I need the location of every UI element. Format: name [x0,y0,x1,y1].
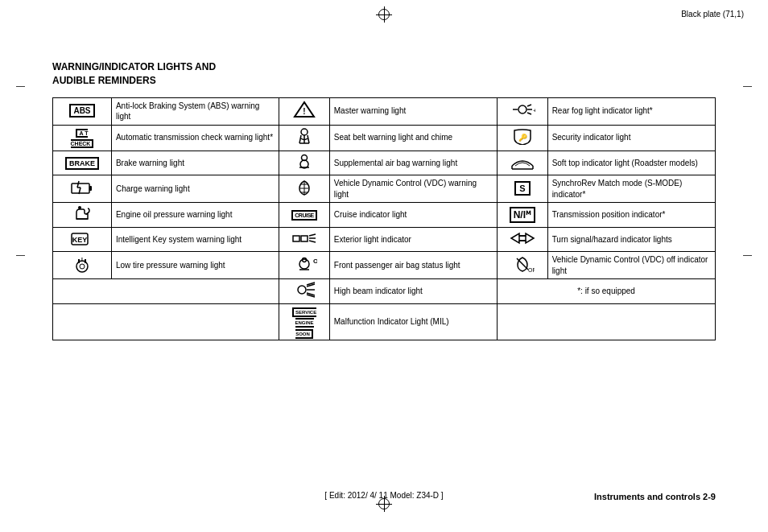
text-security: Security indicator light [547,125,715,151]
svg-point-42 [298,286,306,294]
icon-cell-rear-fog: + [498,97,548,125]
icon-cell-vdc [279,175,330,203]
text-trans: Transmission position indicator* [547,203,715,228]
airbag-icon [293,153,316,171]
svg-line-19 [77,181,79,188]
text-master: Master warning light [329,97,497,125]
highbeam-icon [292,281,316,299]
footnote-cell: *: if so equipped [498,279,716,304]
text-key: Intelligent Key system warning light [111,227,279,252]
text-softtop: Soft top indicator light (Roadster model… [547,151,715,175]
text-pass-airbag: Front passenger air bag status light [329,252,497,279]
text-rear-fog: Rear fog light indicator light* [547,97,715,125]
text-oil: Engine oil pressure warning light [111,203,279,228]
crosshair-top [376,6,392,23]
text-brake: Brake warning light [111,151,279,175]
side-mark-right-top: — [743,80,752,90]
table-row: SERVICEENGINESOON Malfunction Indicator … [53,303,716,340]
abs-icon: ABS [69,104,94,118]
svg-text:+: + [533,107,535,114]
charge-icon [69,179,95,196]
text-at-check: Automatic transmission check warning lig… [111,125,279,151]
svg-point-23 [78,206,81,209]
text-highbeam: High beam indicator light [329,279,497,304]
icon-cell-charge [53,175,112,203]
svg-point-37 [303,258,307,262]
icon-cell-pass-airbag: OFF [279,252,330,279]
table-row: ABS Anti-lock Braking System (ABS) warni… [53,97,716,125]
at-check-icon: A TCHECK [71,129,94,149]
table-row: BRAKE Brake warning light Supplemental a… [53,151,716,175]
smode-icon: S [514,181,530,196]
exterior-light-icon [291,229,317,247]
svg-text:🔑: 🔑 [518,133,527,142]
icon-cell-cruise: CRUISE [279,203,330,228]
svg-line-30 [309,241,316,242]
side-mark-right-mid: — [743,250,752,259]
brake-icon: BRAKE [65,157,99,170]
svg-rect-26 [293,236,299,241]
svg-rect-18 [89,186,92,191]
cruise-icon: CRUISE [291,210,316,221]
icon-cell-at-check: A TCHECK [53,125,112,151]
icon-cell-key: KEY [53,227,112,252]
master-warning-icon: ! [293,101,316,118]
page-header: Black plate (71,1) [681,10,744,19]
table-row: Charge warning light Vehicle Dynamic Con… [53,175,716,203]
icon-cell-seatbelt [279,125,330,151]
text-cruise: Cruise indicator light [329,203,497,228]
svg-point-2 [518,105,526,113]
key-icon: KEY [70,229,94,247]
text-turnsig: Turn signal/hazard indicator lights [547,227,715,252]
pass-airbag-icon: OFF [291,255,317,273]
icon-cell-trans: N/Iᴹ [498,203,548,228]
tire-icon: ! [70,255,94,273]
text-airbag: Supplemental air bag warning light [329,151,497,175]
svg-text:OFF: OFF [313,258,317,265]
side-mark-left-mid: — [16,250,25,259]
warning-table: ABS Anti-lock Braking System (ABS) warni… [52,97,716,341]
svg-line-28 [309,234,316,236]
svg-line-5 [527,113,531,114]
svg-point-36 [299,259,309,269]
side-mark-left-top: — [16,80,25,90]
text-abs: Anti-lock Braking System (ABS) warning l… [111,97,279,125]
icon-cell-security: 🔑 [498,125,548,151]
seatbelt-icon [293,127,316,145]
icon-cell-oil [53,203,112,228]
text-smode: SynchroRev Match mode (S-MODE) indicator… [547,175,715,203]
text-seatbelt: Seat belt warning light and chime [329,125,497,151]
svg-text:!: ! [81,257,83,262]
icon-cell-abs: ABS [53,97,112,125]
svg-text:!: ! [303,107,305,116]
table-row: KEY Intelligent Key system warning light… [53,227,716,252]
table-row: ! Low tire pressure warning light OFF Fr… [53,252,716,279]
text-mil: Malfunction Indicator Light (MIL) [329,303,497,340]
table-row: A TCHECK Automatic transmission check wa… [53,125,716,151]
svg-marker-31 [511,233,526,243]
page-number: Instruments and controls 2-9 [594,492,716,501]
icon-cell-vdcoff: OFF [498,252,548,279]
icon-cell-smode: S [498,175,548,203]
text-vdc: Vehicle Dynamic Control (VDC) warning li… [329,175,497,203]
text-exterior: Exterior light indicator [329,227,497,252]
svg-marker-32 [519,233,534,243]
icon-cell-softtop [498,151,548,175]
oil-pressure-icon [70,204,94,222]
icon-cell-brake: BRAKE [53,151,112,175]
icon-cell-master: ! [279,97,330,125]
svg-point-8 [301,129,308,135]
main-content: WARNING/INDICATOR LIGHTS AND AUDIBLE REM… [52,60,716,340]
trans-icon: N/Iᴹ [510,207,535,223]
turn-signal-icon [510,229,535,247]
icon-cell-turnsig [498,227,548,252]
svg-rect-27 [301,236,308,241]
table-row: High beam indicator light *: if so equip… [53,279,716,304]
text-vdcoff: Vehicle Dynamic Control (VDC) off indica… [547,252,715,279]
text-charge: Charge warning light [111,175,279,203]
table-row: Engine oil pressure warning light CRUISE… [53,203,716,228]
icon-cell-tire: ! [53,252,112,279]
vdcoff-icon: OFF [510,255,535,273]
text-tire: Low tire pressure warning light [111,252,279,279]
vdc-icon [293,179,316,196]
